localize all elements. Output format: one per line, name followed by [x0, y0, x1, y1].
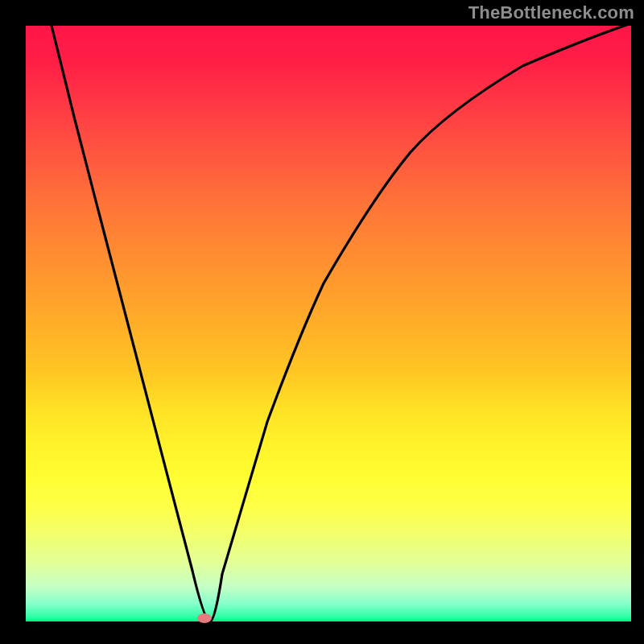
- minimum-marker: [197, 613, 212, 623]
- watermark-text: TheBottleneck.com: [469, 2, 634, 23]
- curve-path: [52, 23, 631, 621]
- chart-frame: TheBottleneck.com: [0, 0, 644, 644]
- bottleneck-curve: [0, 0, 644, 644]
